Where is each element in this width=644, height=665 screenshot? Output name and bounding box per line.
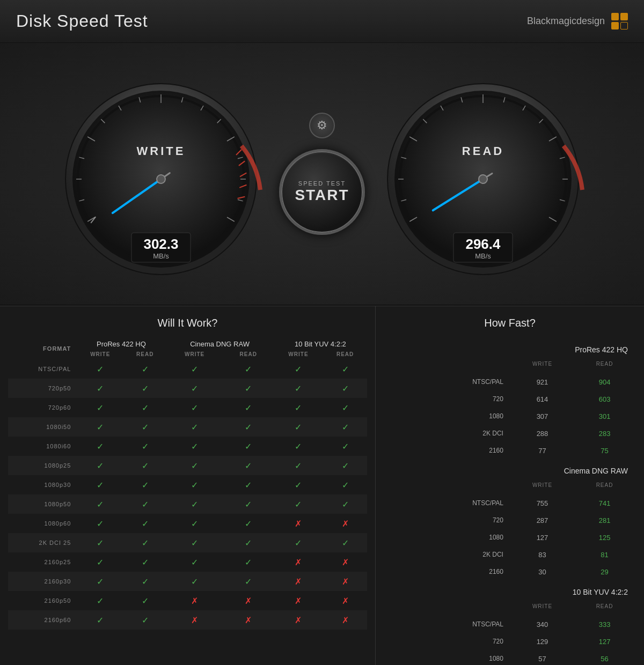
check-icon: ✓ [295,481,302,490]
row-label: 1080p50 [8,494,76,514]
prores-header: ProRes 422 HQ [76,338,166,349]
check-icon: ✓ [191,577,198,586]
table-cell: ✓ [223,572,274,591]
read-value: 904 [576,373,633,390]
yuv-read-header: READ [323,349,367,359]
check-icon: ✓ [191,423,198,432]
write-value: 614 [509,390,576,408]
table-row: 1080p60✓✓✓✓✗✗ [8,514,367,533]
read-value: 281 [576,512,633,529]
check-icon: ✓ [97,365,104,374]
table-cell: ✓ [76,475,124,494]
table-cell: ✓ [124,417,166,437]
check-icon: ✓ [97,596,104,605]
table-cell: ✓ [274,398,324,417]
brand-name: Blackmagicdesign [527,16,605,27]
section-group-row: ProRes 422 HQ [386,338,633,356]
table-row: 2160p60✓✓✗✗✗✗ [8,610,367,630]
table-cell: ✓ [166,398,223,417]
check-icon: ✓ [142,519,149,528]
table-cell: ✓ [323,475,367,494]
table-cell: ✓ [76,572,124,591]
table-cell: ✓ [274,437,324,456]
check-icon: ✓ [191,500,198,509]
row-label: 2160p25 [8,552,76,572]
cross-icon: ✗ [342,558,349,567]
table-cell: ✓ [124,437,166,456]
table-row: 1080p25✓✓✓✓✓✓ [8,456,367,475]
check-icon: ✓ [295,423,302,432]
row-label: 1080 [386,650,509,665]
table-cell: ✓ [166,456,223,475]
table-cell: ✓ [323,398,367,417]
row-label: 2160 [386,442,509,459]
row-label: NTSC/PAL [386,616,509,633]
list-item: 720287281 [386,512,633,529]
table-cell: ✓ [124,398,166,417]
cross-icon: ✗ [342,577,349,586]
check-icon: ✓ [342,461,349,470]
how-fast-body: ProRes 422 HQWRITEREADNTSC/PAL9219047206… [386,338,633,665]
table-cell: ✗ [274,514,324,533]
table-cell: ✓ [223,475,274,494]
row-label: 720 [386,512,509,529]
table-cell: ✓ [323,456,367,475]
write-value: 77 [509,442,576,459]
check-icon: ✓ [342,384,349,393]
table-cell: ✓ [124,359,166,379]
read-value: 75 [576,442,633,459]
start-button[interactable]: SPEED TEST START [279,149,365,235]
table-cell: ✓ [223,437,274,456]
cross-icon: ✗ [342,616,349,625]
table-cell: ✗ [166,610,223,630]
check-icon: ✓ [245,519,252,528]
row-label: NTSC/PAL [386,494,509,512]
check-icon: ✓ [295,384,302,393]
list-item: NTSC/PAL340333 [386,616,633,633]
table-row: 2160p25✓✓✓✓✗✗ [8,552,367,572]
cross-icon: ✗ [245,596,252,605]
row-label: 2160p60 [8,610,76,630]
list-item: 720129127 [386,633,633,650]
read-value: 283 [576,425,633,442]
cross-icon: ✗ [295,519,302,528]
table-cell: ✓ [223,398,274,417]
check-icon: ✓ [97,558,104,567]
table-cell: ✓ [124,379,166,398]
gauge-section: WRITE 302.3 MB/s ⚙ SPEED TEST START [0,43,644,306]
table-cell: ✓ [223,494,274,514]
check-icon: ✓ [342,403,349,412]
settings-button[interactable]: ⚙ [309,113,335,138]
row-label: 2160p30 [8,572,76,591]
list-item: NTSC/PAL921904 [386,373,633,390]
check-icon: ✓ [142,442,149,451]
row-label: NTSC/PAL [8,359,76,379]
table-cell: ✓ [76,359,124,379]
list-item: NTSC/PAL755741 [386,494,633,512]
write-value: 921 [509,373,576,390]
table-cell: ✓ [274,417,324,437]
center-area: ⚙ SPEED TEST START [263,113,381,235]
check-icon: ✓ [245,577,252,586]
row-label: 2K DCI [386,425,509,442]
table-cell: ✓ [223,456,274,475]
table-cell: ✓ [274,533,324,552]
row-label: 1080i60 [8,437,76,456]
will-it-work-table: FORMAT ProRes 422 HQ Cinema DNG RAW 10 B… [8,338,367,630]
sub-header-cell [386,356,509,373]
read-value: 81 [576,546,633,563]
table-cell: ✓ [274,379,324,398]
table-row: 2160p30✓✓✓✓✗✗ [8,572,367,591]
check-icon: ✓ [142,481,149,490]
list-item: 2K DCI288283 [386,425,633,442]
brand-sq-1 [611,13,619,20]
table-cell: ✓ [166,552,223,572]
check-icon: ✓ [191,403,198,412]
read-value: 603 [576,390,633,408]
check-icon: ✓ [245,538,252,548]
check-icon: ✓ [245,423,252,432]
section-name: ProRes 422 HQ [386,338,633,356]
table-cell: ✓ [166,533,223,552]
sub-header-cell: WRITE [509,477,576,494]
table-cell: ✓ [76,379,124,398]
